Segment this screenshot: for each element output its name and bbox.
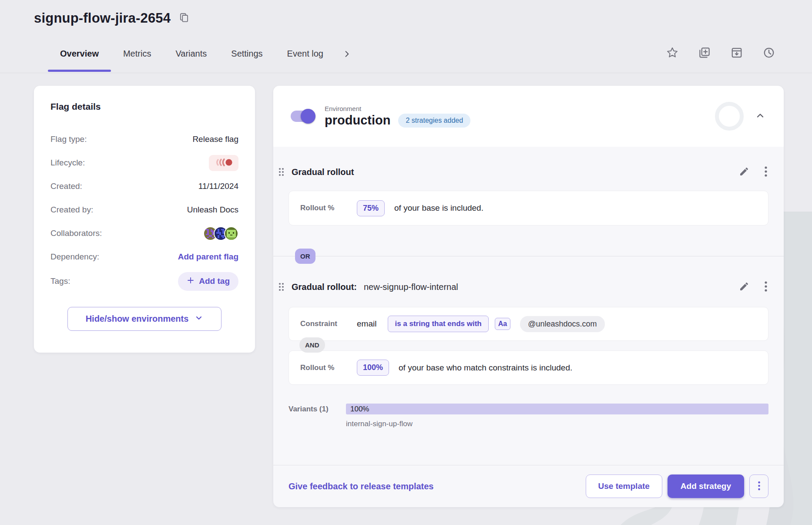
created-by-value: Unleash Docs xyxy=(187,205,238,215)
tab-event-log[interactable]: Event log xyxy=(275,44,336,72)
collaborators-label: Collaborators: xyxy=(50,229,102,238)
strategy-1-menu-button[interactable] xyxy=(763,165,768,179)
lifecycle-live-icon xyxy=(214,158,234,168)
tab-overview[interactable]: Overview xyxy=(48,44,111,72)
copy-icon xyxy=(178,12,190,25)
rollout-text: of your base who match constraints is in… xyxy=(399,363,572,373)
constraint-operator-badge: is a string that ends with xyxy=(388,316,488,332)
environment-name: production xyxy=(325,113,390,128)
history-button[interactable] xyxy=(762,45,776,61)
lifecycle-row: Lifecycle: xyxy=(50,151,238,175)
duplicate-icon xyxy=(698,46,711,61)
variants-section: Variants (1) 100% internal-sign-up-flow xyxy=(289,404,768,428)
tab-bar: Overview Metrics Variants Settings Event… xyxy=(48,44,352,72)
rollout-percentage-badge: 75% xyxy=(357,200,385,216)
chevron-right-icon xyxy=(342,50,351,60)
kebab-menu-icon xyxy=(764,281,768,293)
metrics-ring xyxy=(715,102,744,131)
strategy-actions-menu-button[interactable] xyxy=(749,475,768,498)
lifecycle-label: Lifecycle: xyxy=(50,158,85,168)
dependency-label: Dependency: xyxy=(50,252,99,262)
strategy-1-rollout-box: Rollout % 75% of your base is included. xyxy=(289,191,768,225)
and-separator: AND xyxy=(289,341,768,350)
variant-name: internal-sign-up-flow xyxy=(346,420,768,428)
flag-details-card: Flag details Flag type: Release flag Lif… xyxy=(34,86,255,353)
edit-strategy-2-button[interactable] xyxy=(738,280,750,294)
duplicate-flag-button[interactable] xyxy=(697,45,712,61)
add-tag-label: Add tag xyxy=(199,276,230,286)
toggle-knob xyxy=(301,109,315,124)
or-separator: OR xyxy=(273,225,784,276)
strategy-2-rollout-box: Rollout % 100% of your base who match co… xyxy=(289,350,768,385)
chevron-up-icon xyxy=(755,111,765,122)
environment-header: Environment production 2 strategies adde… xyxy=(273,86,784,147)
environment-footer: Give feedback to release templates Use t… xyxy=(273,465,784,507)
tabbar-divider xyxy=(0,73,812,73)
archive-flag-button[interactable] xyxy=(729,45,744,61)
drag-handle-icon[interactable] xyxy=(277,281,285,293)
edit-strategy-1-button[interactable] xyxy=(738,165,750,179)
environment-meta: Environment production 2 strategies adde… xyxy=(325,105,470,128)
flag-type-label: Flag type: xyxy=(50,135,87,144)
favorite-star-icon xyxy=(666,46,679,61)
tags-label: Tags: xyxy=(50,276,70,286)
edit-pencil-icon xyxy=(739,166,749,178)
tabs-overflow-button[interactable] xyxy=(342,49,352,61)
chevron-down-icon xyxy=(195,313,203,324)
created-by-row: Created by: Unleash Docs xyxy=(50,198,238,222)
strategies-count-badge: 2 strategies added xyxy=(398,114,470,128)
strategy-2-subtitle: new-signup-flow-internal xyxy=(364,282,458,292)
kebab-menu-icon xyxy=(758,481,761,492)
collaborator-avatars xyxy=(203,226,238,241)
collaborators-row: Collaborators: xyxy=(50,222,238,245)
tab-variants[interactable]: Variants xyxy=(163,44,219,72)
hide-show-environments-label: Hide/show environments xyxy=(86,314,189,324)
page-header: signup-flow-jira-2654 xyxy=(34,10,191,26)
created-row: Created: 11/11/2024 xyxy=(50,175,238,198)
strategy-list: Gradual rollout Rollout % 75% of your ba… xyxy=(273,147,784,465)
flag-type-value: Release flag xyxy=(192,135,238,144)
environment-toggle[interactable] xyxy=(291,109,314,124)
or-separator-line xyxy=(273,256,784,256)
add-strategy-button[interactable]: Add strategy xyxy=(668,475,744,498)
flag-type-row: Flag type: Release flag xyxy=(50,128,238,151)
created-by-label: Created by: xyxy=(50,205,93,215)
constraint-value-chip: @unleashdocs.com xyxy=(520,316,604,332)
tab-metrics[interactable]: Metrics xyxy=(111,44,163,72)
rollout-percentage-badge: 100% xyxy=(357,360,389,376)
created-value: 11/11/2024 xyxy=(198,182,238,191)
environment-card: Environment production 2 strategies adde… xyxy=(273,86,784,507)
drag-handle-icon[interactable] xyxy=(277,166,285,178)
collapse-environment-button[interactable] xyxy=(754,110,766,123)
page-title: signup-flow-jira-2654 xyxy=(34,10,171,26)
rollout-text: of your base is included. xyxy=(394,203,483,213)
created-label: Created: xyxy=(50,182,82,191)
rollout-label: Rollout % xyxy=(300,204,347,212)
strategy-1-header: Gradual rollout xyxy=(277,161,768,183)
lifecycle-stage-badge[interactable] xyxy=(209,155,238,171)
constraint-field: email xyxy=(357,319,376,329)
hide-show-environments-button[interactable]: Hide/show environments xyxy=(67,307,221,331)
environment-label: Environment xyxy=(325,105,470,112)
copy-flag-name-button[interactable] xyxy=(178,11,191,26)
kebab-menu-icon xyxy=(764,166,768,178)
variants-label: Variants (1) xyxy=(289,404,336,428)
strategy-2-title: Gradual rollout: xyxy=(292,282,357,292)
add-parent-flag-link[interactable]: Add parent flag xyxy=(178,252,238,262)
variant-bar-value: 100% xyxy=(350,405,369,414)
use-template-button[interactable]: Use template xyxy=(586,475,662,498)
case-sensitivity-badge: Aa xyxy=(495,318,510,330)
flag-actions xyxy=(665,45,776,61)
flag-details-title: Flag details xyxy=(50,101,238,112)
feedback-link[interactable]: Give feedback to release templates xyxy=(289,481,434,491)
add-tag-button[interactable]: Add tag xyxy=(178,272,238,291)
tab-settings[interactable]: Settings xyxy=(219,44,275,72)
favorite-button[interactable] xyxy=(665,45,680,61)
collaborator-avatar-3 xyxy=(224,226,238,241)
dependency-row: Dependency: Add parent flag xyxy=(50,245,238,269)
strategy-1-title: Gradual rollout xyxy=(292,167,354,177)
rollout-label: Rollout % xyxy=(300,363,347,372)
strategy-2-menu-button[interactable] xyxy=(763,280,768,294)
plus-icon xyxy=(187,276,195,286)
constraint-label: Constraint xyxy=(300,320,347,328)
